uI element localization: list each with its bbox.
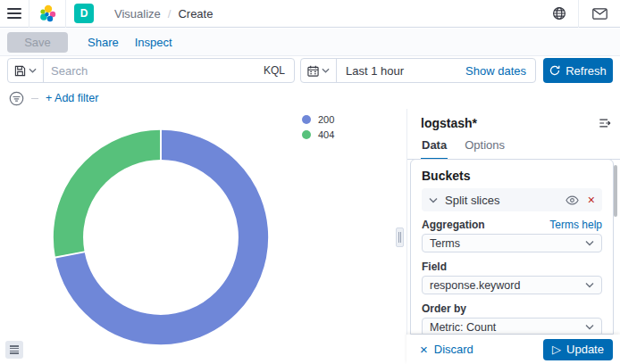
- notifications-button[interactable]: [579, 0, 620, 28]
- breadcrumb-separator: /: [168, 7, 172, 21]
- eye-icon: [566, 195, 579, 205]
- order-by-label: Order by: [422, 302, 466, 315]
- breadcrumb-visualize[interactable]: Visualize: [114, 7, 161, 21]
- search-input[interactable]: [44, 64, 255, 78]
- refresh-label: Refresh: [566, 64, 607, 78]
- split-slices-label[interactable]: Split slices: [445, 194, 566, 207]
- query-bar: KQL Last 1 hour Show dates Refresh: [7, 58, 613, 83]
- chart-legend: 200404: [302, 114, 334, 140]
- buckets-card: Buckets Split slices × Aggregation Terms…: [410, 159, 614, 335]
- share-button[interactable]: Share: [88, 36, 119, 49]
- save-button[interactable]: Save: [7, 32, 68, 53]
- discard-button[interactable]: × Discard: [420, 342, 473, 357]
- refresh-icon: [549, 65, 560, 76]
- space-badge: D: [74, 4, 94, 23]
- date-picker-control: Last 1 hour Show dates: [300, 58, 536, 83]
- chevron-down-icon: [585, 324, 594, 330]
- field-label: Field: [422, 261, 447, 273]
- chevron-down-icon: [585, 282, 594, 288]
- add-filter-button[interactable]: + Add filter: [46, 92, 98, 104]
- saved-query-button[interactable]: [8, 59, 44, 82]
- collapse-panel-button[interactable]: [599, 117, 611, 129]
- panel-resize-handle[interactable]: [396, 228, 404, 247]
- aggregation-label: Aggregation: [422, 219, 485, 231]
- aggregation-value: Terms: [430, 237, 585, 250]
- tab-options[interactable]: Options: [464, 135, 506, 159]
- aggregation-select[interactable]: Terms: [422, 234, 602, 252]
- legend-item-404[interactable]: 404: [302, 129, 334, 140]
- query-language-button[interactable]: KQL: [255, 64, 294, 77]
- app-header: D Visualize / Create: [0, 0, 620, 28]
- order-by-select[interactable]: Metric: Count: [422, 318, 602, 335]
- chevron-down-icon: [322, 68, 330, 73]
- elastic-home-button[interactable]: [29, 0, 65, 28]
- split-slices-row[interactable]: Split slices ×: [422, 188, 602, 211]
- inspect-button[interactable]: Inspect: [135, 36, 172, 49]
- editor-footer: × Discard ▷ Update: [406, 335, 620, 364]
- play-icon: ▷: [552, 343, 561, 356]
- legend-item-200[interactable]: 200: [302, 114, 334, 125]
- visualization-editor-panel: logstash* Data Options Buckets Split sli…: [406, 109, 620, 364]
- field-value: response.keyword: [430, 279, 585, 292]
- mail-icon: [592, 8, 607, 20]
- panel-scrollbar[interactable]: [614, 165, 617, 217]
- chevron-down-icon: [585, 240, 594, 246]
- chevron-down-icon: [29, 68, 37, 73]
- index-pattern-title: logstash*: [421, 116, 477, 130]
- elastic-logo-icon: [38, 4, 57, 23]
- help-button[interactable]: [540, 0, 578, 28]
- legend-dot: [302, 115, 311, 124]
- legend-label: 404: [318, 129, 334, 140]
- editor-tabs: Data Options: [407, 135, 620, 160]
- legend-toggle-button[interactable]: [5, 341, 23, 359]
- show-dates-button[interactable]: Show dates: [465, 64, 535, 78]
- filter-bar: + Add filter: [9, 89, 98, 107]
- collapse-panel-icon: [599, 117, 611, 129]
- visualize-toolbar: Save Share Inspect: [0, 29, 620, 56]
- kibana-visualize-page: D Visualize / Create Save Share Inspect: [0, 0, 620, 364]
- order-by-value: Metric: Count: [430, 321, 585, 334]
- legend-label: 200: [318, 114, 334, 125]
- buckets-heading: Buckets: [422, 169, 602, 183]
- discard-label: Discard: [434, 343, 473, 356]
- time-range-value[interactable]: Last 1 hour: [337, 64, 413, 78]
- field-select[interactable]: response.keyword: [422, 276, 602, 294]
- save-query-icon: [14, 65, 26, 77]
- filter-divider: [31, 98, 38, 99]
- filter-icon[interactable]: [9, 91, 24, 106]
- tab-data[interactable]: Data: [421, 135, 448, 160]
- date-quick-select-button[interactable]: [301, 59, 337, 82]
- breadcrumb-create: Create: [178, 7, 213, 21]
- search-control: KQL: [7, 58, 295, 83]
- space-selector[interactable]: D: [66, 0, 102, 28]
- chevron-down-icon: [429, 197, 438, 203]
- donut-chart[interactable]: [47, 124, 274, 351]
- update-button[interactable]: ▷ Update: [543, 339, 613, 360]
- close-icon: ×: [420, 342, 428, 357]
- remove-bucket-button[interactable]: ×: [588, 193, 595, 207]
- breadcrumb: Visualize / Create: [114, 7, 213, 21]
- hamburger-icon: [7, 8, 21, 19]
- update-label: Update: [566, 343, 604, 356]
- calendar-icon: [307, 65, 319, 77]
- toggle-visibility-button[interactable]: [566, 195, 579, 205]
- terms-help-link[interactable]: Terms help: [549, 219, 602, 231]
- menu-button[interactable]: [0, 0, 29, 28]
- refresh-button[interactable]: Refresh: [543, 58, 613, 83]
- legend-toggle-icon: [10, 345, 19, 354]
- globe-icon: [552, 6, 566, 21]
- legend-dot: [302, 130, 311, 139]
